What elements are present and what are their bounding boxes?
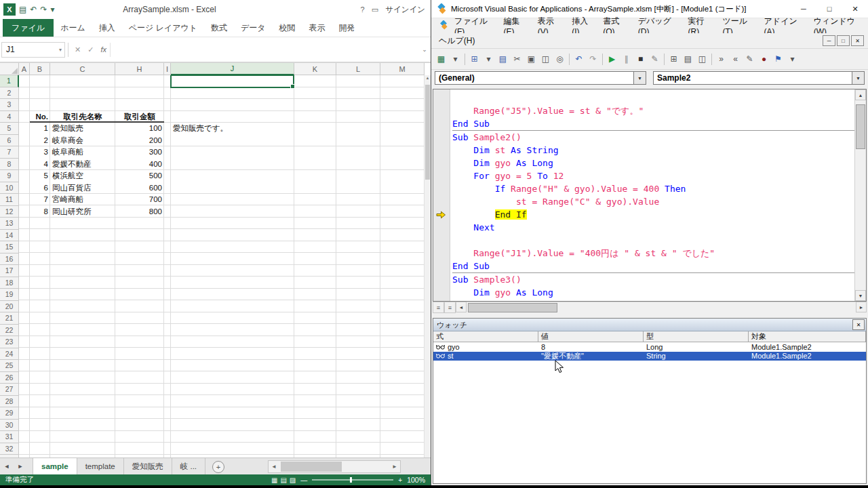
row-header-8[interactable]: 8 bbox=[0, 159, 19, 171]
row-header-15[interactable]: 15 bbox=[0, 241, 19, 253]
code-line-2[interactable]: End Sub bbox=[452, 117, 854, 131]
cell-H11[interactable]: 700 bbox=[115, 194, 164, 206]
code-line-1[interactable]: Range("J5").Value = st & "です。" bbox=[452, 104, 854, 117]
watch-titlebar[interactable]: ウォッチ ✕ bbox=[433, 319, 866, 331]
menu-help[interactable]: ヘルプ(H) bbox=[434, 33, 480, 48]
ribbon-tab-8[interactable]: 開発 bbox=[332, 19, 362, 37]
scroll-right-icon[interactable]: ► bbox=[856, 302, 867, 312]
row-header-23[interactable]: 23 bbox=[0, 336, 19, 348]
row-header-21[interactable]: 21 bbox=[0, 312, 19, 325]
sheet-nav-right-icon[interactable]: ► bbox=[14, 458, 27, 474]
cell-B7[interactable]: 3 bbox=[30, 146, 50, 159]
zoom-level[interactable]: 100% bbox=[407, 476, 425, 484]
cell-B10[interactable]: 6 bbox=[30, 182, 50, 195]
zoom-thumb[interactable] bbox=[350, 477, 352, 483]
code-line-13[interactable]: End Sub bbox=[452, 260, 854, 273]
redo-icon[interactable]: ↷ bbox=[586, 52, 600, 66]
cell-C7[interactable]: 岐阜商船 bbox=[50, 146, 115, 159]
undo-icon[interactable]: ↶ bbox=[30, 5, 37, 14]
cell-C10[interactable]: 岡山百貨店 bbox=[50, 182, 115, 195]
signin-label[interactable]: サインイン bbox=[385, 5, 425, 15]
outdent-icon[interactable]: « bbox=[728, 52, 743, 66]
cell-B4[interactable]: No. bbox=[30, 111, 50, 123]
cell-H8[interactable]: 400 bbox=[115, 159, 164, 171]
code-editor[interactable]: Range("J5").Value = st & "です。"End SubSub… bbox=[452, 89, 854, 301]
zoom-out-button[interactable]: — bbox=[300, 476, 307, 484]
reset-icon[interactable]: ■ bbox=[633, 52, 648, 66]
copy-icon[interactable]: ▣ bbox=[524, 52, 538, 66]
row-header-20[interactable]: 20 bbox=[0, 301, 19, 313]
zoom-in-button[interactable]: + bbox=[398, 476, 402, 484]
code-line-10[interactable]: Next bbox=[452, 221, 854, 234]
column-header-A[interactable]: A bbox=[19, 63, 30, 75]
menu-item[interactable]: 挿入(I) bbox=[567, 18, 598, 33]
row-header-26[interactable]: 26 bbox=[0, 372, 19, 384]
scroll-left-icon[interactable]: ◄ bbox=[269, 461, 279, 472]
row-header-7[interactable]: 7 bbox=[0, 146, 19, 159]
sheet-nav-left-icon[interactable]: ◄ bbox=[0, 458, 14, 474]
ribbon-tab-6[interactable]: 校閲 bbox=[273, 19, 302, 37]
insert-userform-icon[interactable]: ⊞ bbox=[467, 52, 481, 66]
worksheet-horizontal-scrollbar[interactable]: ◄ ► bbox=[268, 460, 401, 473]
ribbon-tab-1[interactable]: ホーム bbox=[54, 19, 92, 37]
ribbon-tab-7[interactable]: 表示 bbox=[302, 19, 332, 37]
cell-C4[interactable]: 取引先名称 bbox=[50, 111, 115, 123]
watch-column-header[interactable]: 値 bbox=[538, 331, 644, 342]
project-explorer-icon[interactable]: ⊞ bbox=[667, 52, 681, 66]
scroll-track[interactable] bbox=[279, 461, 389, 472]
excel-logo[interactable]: X bbox=[3, 3, 16, 16]
code-line-4[interactable]: Dim st As String bbox=[452, 144, 854, 157]
ribbon-tab-4[interactable]: 数式 bbox=[204, 19, 234, 37]
row-header-5[interactable]: 5 bbox=[0, 123, 19, 135]
save-icon[interactable]: ▤ bbox=[496, 52, 510, 66]
cut-icon[interactable]: ✂ bbox=[510, 52, 524, 66]
design-mode-icon[interactable]: ✎ bbox=[648, 52, 662, 66]
cell-B6[interactable]: 2 bbox=[30, 135, 50, 147]
column-header-M[interactable]: M bbox=[380, 63, 425, 75]
column-header-J[interactable]: J bbox=[171, 63, 294, 75]
redo-icon[interactable]: ↷ bbox=[40, 5, 47, 14]
row-header-25[interactable]: 25 bbox=[0, 360, 19, 372]
column-header-L[interactable]: L bbox=[336, 63, 380, 75]
procedure-view-button[interactable]: ≡ bbox=[433, 302, 444, 313]
find-icon[interactable]: ◎ bbox=[553, 52, 567, 66]
combo-dropdown-icon[interactable]: ▼ bbox=[852, 72, 864, 84]
indent-icon[interactable]: » bbox=[714, 52, 728, 66]
column-header-C[interactable]: C bbox=[50, 63, 115, 75]
cell-H6[interactable]: 200 bbox=[115, 135, 164, 147]
mdi-close-button[interactable]: ✕ bbox=[851, 35, 864, 46]
row-header-2[interactable]: 2 bbox=[0, 87, 19, 100]
cell-C5[interactable]: 愛知販売 bbox=[50, 123, 115, 135]
mdi-restore-button[interactable]: □ bbox=[837, 35, 850, 46]
new-sheet-button[interactable]: + bbox=[212, 461, 224, 473]
paste-icon[interactable]: ◫ bbox=[538, 52, 553, 66]
row-header-22[interactable]: 22 bbox=[0, 325, 19, 337]
sheet-tab[interactable]: template bbox=[77, 458, 124, 474]
menu-item[interactable]: 書式(O) bbox=[598, 18, 633, 33]
code-line-7[interactable]: If Range("H" & gyo).Value = 400 Then bbox=[452, 182, 854, 195]
ribbon-tab-2[interactable]: 挿入 bbox=[92, 19, 122, 37]
row-header-27[interactable]: 27 bbox=[0, 384, 19, 396]
name-box[interactable]: J1 ▾ bbox=[1, 42, 65, 58]
formula-cancel-icon[interactable]: ✕ bbox=[71, 45, 84, 54]
row-header-16[interactable]: 16 bbox=[0, 253, 19, 266]
code-line-5[interactable]: Dim gyo As Long bbox=[452, 157, 854, 169]
row-header-3[interactable]: 3 bbox=[0, 99, 19, 111]
row-header-32[interactable]: 32 bbox=[0, 443, 19, 455]
cell-J5[interactable]: 愛知販売です。 bbox=[171, 123, 294, 135]
full-module-view-button[interactable]: ≡ bbox=[444, 302, 456, 313]
cell-B12[interactable]: 8 bbox=[30, 206, 50, 218]
cell-C6[interactable]: 岐阜商会 bbox=[50, 135, 115, 147]
cell-H9[interactable]: 500 bbox=[115, 170, 164, 182]
column-header-K[interactable]: K bbox=[294, 63, 336, 75]
scroll-up-icon[interactable]: ▲ bbox=[425, 76, 431, 80]
ribbon-options-icon[interactable]: ▭ bbox=[372, 5, 378, 14]
watch-row[interactable]: gyo8LongModule1.Sample2 bbox=[433, 342, 866, 352]
menu-item[interactable]: 編集(E) bbox=[499, 18, 533, 33]
row-header-17[interactable]: 17 bbox=[0, 265, 19, 277]
row-header-29[interactable]: 29 bbox=[0, 407, 19, 420]
column-header-H[interactable]: H bbox=[115, 63, 164, 75]
menu-item[interactable]: ウィンドウ(W) bbox=[809, 18, 868, 33]
column-header-I[interactable]: I bbox=[164, 63, 171, 75]
run-icon[interactable]: ▶ bbox=[605, 52, 619, 66]
